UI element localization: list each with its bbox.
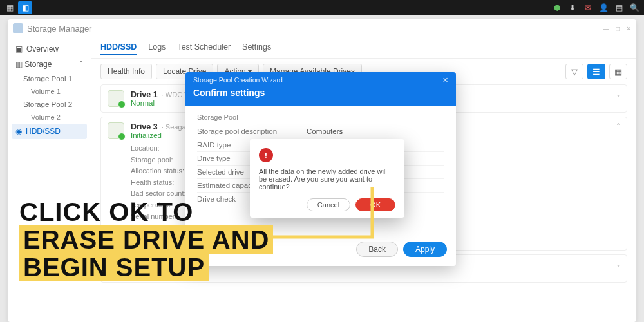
package-icon[interactable]: ⬢ [550,1,564,14]
sidebar-item-pool1[interactable]: Storage Pool 1 [8,72,91,85]
window-close[interactable]: ✕ [626,25,631,32]
window-title-text: Storage Manager [27,24,91,33]
filter-icon[interactable]: ▽ [565,64,583,79]
tab-bar: HDD/SSD Logs Test Scheduler Settings [91,37,636,59]
wizard-apply-button[interactable]: Apply [403,242,447,257]
wizard-title: Confirm settings [193,88,448,98]
alert-message: All the data on the newly added drive wi… [259,167,395,191]
sidebar-item-storage[interactable]: ▥ Storage˄ [8,57,91,72]
view-list-icon[interactable]: ☰ [587,64,605,79]
sidebar-item-pool2[interactable]: Storage Pool 2 [8,98,91,111]
sidebar-item-volume2[interactable]: Volume 2 [8,111,91,124]
health-info-button[interactable]: Health Info [100,64,152,79]
cancel-button[interactable]: Cancel [307,198,350,211]
wizard-close-icon[interactable]: ✕ [442,76,448,84]
window-titlebar: Storage Manager — □ ✕ [8,19,636,37]
os-topbar: ▦ ◧ ⬢ ⬇ ✉ 👤 ▤ 🔍 [0,0,644,15]
user-icon[interactable]: 👤 [596,1,611,14]
tab-logs[interactable]: Logs [148,40,166,55]
tab-test-scheduler[interactable]: Test Scheduler [177,40,231,55]
search-icon[interactable]: 🔍 [627,1,641,14]
sidebar-item-hdd-ssd[interactable]: ◉ HDD/SSD [12,124,87,139]
chevron-up-icon: ˄ [79,60,83,69]
tab-settings[interactable]: Settings [242,40,271,55]
ok-button[interactable]: OK [355,198,395,211]
drive-icon [108,90,124,107]
chevron-down-icon[interactable]: ˅ [616,264,620,273]
app-icon [13,23,23,33]
wizard-section-label: Storage Pool [197,113,444,121]
app-switch-icon[interactable]: ◧ [18,1,32,14]
download-icon[interactable]: ⬇ [565,1,580,14]
view-grid-icon[interactable]: ▦ [609,64,627,79]
window-minimize[interactable]: — [603,25,609,32]
window-maximize[interactable]: □ [616,25,620,32]
wizard-back-button[interactable]: Back [356,242,398,257]
tab-hdd-ssd[interactable]: HDD/SSD [100,40,137,55]
drive-icon [108,122,124,139]
globe-icon[interactable]: ✉ [581,1,595,14]
grid-icon[interactable]: ▦ [3,1,17,14]
tutorial-caption: Click OK to erase drive and begin setup [19,198,273,282]
chevron-down-icon[interactable]: ˅ [616,94,620,103]
alert-icon: ! [259,148,273,162]
wizard-breadcrumb: Storage Pool Creation Wizard [193,76,283,84]
sidebar-item-volume1[interactable]: Volume 1 [8,85,91,98]
dashboard-icon[interactable]: ▤ [612,1,626,14]
sidebar-item-overview[interactable]: ▣ Overview [8,41,91,57]
chevron-up-icon[interactable]: ˄ [616,122,620,245]
